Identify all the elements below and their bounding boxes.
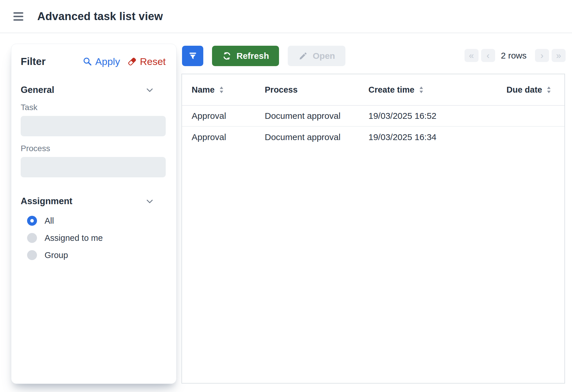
sort-icon[interactable] <box>547 86 551 93</box>
radio-assigned-to-me-label: Assigned to me <box>45 233 103 243</box>
chevron-down-icon <box>145 197 154 206</box>
cell-name: Approval <box>182 126 265 147</box>
column-header-process[interactable]: Process <box>265 74 368 105</box>
radio-unselected-icon <box>27 233 37 243</box>
reset-label: Reset <box>140 56 166 67</box>
task-table: Name Process Create time <box>181 74 565 384</box>
section-general-header[interactable]: General <box>21 85 166 95</box>
table-header-row: Name Process Create time <box>182 74 564 105</box>
assignment-radio-group: All Assigned to me Group <box>21 216 166 260</box>
filter-panel: Filter Apply Reset General <box>11 44 176 384</box>
radio-all-label: All <box>45 216 54 226</box>
cell-due-date <box>506 105 564 126</box>
table-row[interactable]: Approval Document approval 19/03/2025 16… <box>182 105 564 126</box>
sort-icon[interactable] <box>419 86 423 93</box>
column-header-name[interactable]: Name <box>182 74 265 105</box>
refresh-button[interactable]: Refresh <box>212 46 279 66</box>
chevron-down-icon <box>145 86 154 94</box>
column-header-due-date[interactable]: Due date <box>506 74 564 105</box>
radio-selected-icon <box>27 216 37 226</box>
table-row[interactable]: Approval Document approval 19/03/2025 16… <box>182 126 564 147</box>
column-header-create-time[interactable]: Create time <box>368 74 506 105</box>
radio-all[interactable]: All <box>27 216 166 226</box>
cell-due-date <box>506 126 564 147</box>
apply-label: Apply <box>95 56 120 67</box>
pagination: « ‹ 2 rows › » <box>465 49 566 62</box>
task-input[interactable] <box>21 116 166 136</box>
apply-button[interactable]: Apply <box>82 56 120 67</box>
last-page-button[interactable]: » <box>552 49 566 62</box>
filter-toggle-button[interactable] <box>182 46 203 66</box>
section-general-title: General <box>21 85 54 95</box>
refresh-label: Refresh <box>236 51 269 61</box>
cell-name: Approval <box>182 105 265 126</box>
search-icon <box>82 56 92 66</box>
hamburger-menu-icon[interactable] <box>13 10 26 23</box>
cell-create-time: 19/03/2025 16:52 <box>368 105 506 126</box>
toolbar: Refresh Open <box>182 46 345 66</box>
funnel-icon <box>188 51 198 61</box>
next-page-button[interactable]: › <box>535 49 549 62</box>
first-page-button[interactable]: « <box>465 49 479 62</box>
process-input[interactable] <box>21 157 166 177</box>
cell-process: Document approval <box>265 126 368 147</box>
radio-unselected-icon <box>27 250 37 260</box>
refresh-icon <box>222 51 232 61</box>
process-label: Process <box>21 144 166 153</box>
task-label: Task <box>21 103 166 112</box>
app-header: Advanced task list view <box>0 0 572 33</box>
page-title: Advanced task list view <box>37 10 163 23</box>
pencil-icon <box>298 51 308 61</box>
reset-button[interactable]: Reset <box>127 56 166 67</box>
cell-process: Document approval <box>265 105 368 126</box>
filter-panel-title: Filter <box>21 56 46 67</box>
cell-create-time: 19/03/2025 16:34 <box>368 126 506 147</box>
eraser-icon <box>127 56 137 66</box>
section-assignment-title: Assignment <box>21 196 72 206</box>
open-label: Open <box>313 51 335 61</box>
radio-group-option[interactable]: Group <box>27 250 166 260</box>
radio-assigned-to-me[interactable]: Assigned to me <box>27 233 166 243</box>
prev-page-button[interactable]: ‹ <box>481 49 495 62</box>
radio-group-label: Group <box>45 250 68 260</box>
row-count: 2 rows <box>501 51 527 61</box>
sort-icon[interactable] <box>219 86 224 93</box>
section-assignment-header[interactable]: Assignment <box>21 196 166 206</box>
open-button[interactable]: Open <box>288 46 346 66</box>
